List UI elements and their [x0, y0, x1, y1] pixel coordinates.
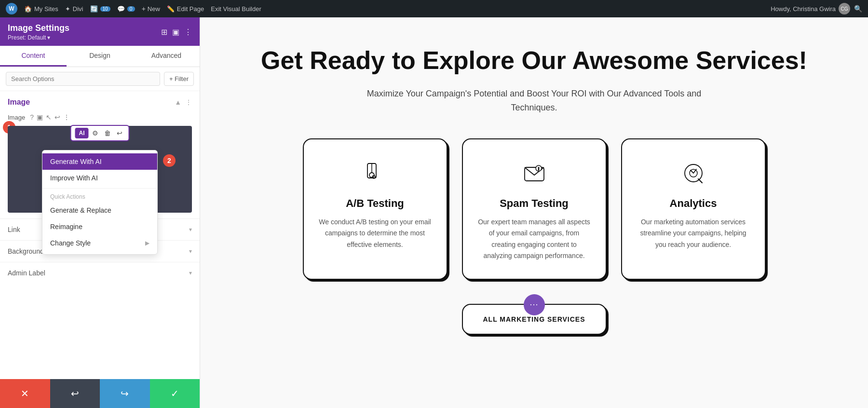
all-services-card: ··· All Marketing Services	[462, 304, 607, 335]
image-options-icon[interactable]: ⋮	[63, 113, 70, 121]
image-section-header: Image ▲ ⋮	[0, 91, 200, 111]
my-sites-menu[interactable]: 🏠 My Sites	[24, 5, 58, 13]
toolbar-delete-icon[interactable]: 🗑	[102, 128, 113, 138]
admin-search-icon[interactable]: 🔍	[854, 5, 862, 13]
quick-actions-label: Quick Actions	[42, 190, 157, 202]
section-more-icon[interactable]: ⋮	[185, 98, 192, 106]
image-field-label: Image	[8, 114, 25, 121]
panel-header-icons: ⊞ ▣ ⋮	[161, 27, 192, 37]
analytics-desc: Our marketing automation services stream…	[637, 217, 750, 250]
panel-layout-icon[interactable]: ▣	[172, 27, 179, 37]
tab-design[interactable]: Design	[67, 46, 133, 67]
divi-menu[interactable]: ✦ Divi	[65, 5, 83, 13]
hero-subtitle: Maximize Your Campaign's Potential and B…	[361, 87, 708, 115]
right-content: Get Ready to Explore Our Awesome Service…	[200, 17, 868, 408]
reimagine-item[interactable]: Reimagine	[42, 218, 157, 235]
image-reset-icon[interactable]: ↩	[54, 113, 60, 121]
image-field-icons: ? ▣ ↖ ↩ ⋮	[30, 113, 70, 121]
ab-icon-svg	[363, 161, 388, 186]
ab-testing-icon	[361, 159, 390, 188]
user-avatar: CG	[839, 3, 850, 14]
search-row: + Filter	[0, 67, 200, 91]
spam-testing-title: Spam Testing	[477, 197, 591, 210]
save-button[interactable]: ✓	[150, 379, 200, 408]
image-help-icon[interactable]: ?	[30, 113, 34, 121]
badge-number-2: 2	[163, 154, 176, 167]
svg-text:!: !	[538, 166, 539, 171]
undo-button[interactable]: ↩	[50, 379, 100, 408]
image-section-title: Image	[8, 98, 30, 107]
ab-testing-card: A/B Testing We conduct A/B testing on yo…	[303, 138, 448, 279]
all-services-label: All Marketing Services	[483, 315, 585, 323]
panel-header: Image Settings Preset: Default ▾ ⊞ ▣ ⋮	[0, 17, 200, 46]
panel-more-icon[interactable]: ⋮	[184, 27, 192, 37]
edit-page-button[interactable]: ✏️ Edit Page	[167, 5, 204, 13]
panel-title: Image Settings	[8, 23, 69, 33]
image-pointer-icon[interactable]: ↖	[46, 113, 52, 121]
spam-testing-icon: !	[520, 159, 549, 188]
admin-bar-left: W 🏠 My Sites ✦ Divi 🔄 10 💬 0 + New ✏️ Ed…	[6, 3, 763, 14]
spam-testing-card: ! Spam Testing Our expert team manages a…	[462, 138, 607, 279]
image-row: Image ? ▣ ↖ ↩ ⋮	[0, 111, 200, 126]
fab-dots-icon: ···	[529, 299, 538, 310]
generate-with-ai-item[interactable]: Generate With AI	[42, 153, 157, 170]
wordpress-icon[interactable]: W	[6, 3, 17, 14]
svg-line-14	[698, 179, 702, 183]
admin-bar: W 🏠 My Sites ✦ Divi 🔄 10 💬 0 + New ✏️ Ed…	[0, 0, 868, 17]
change-style-arrow: ▶	[145, 240, 149, 246]
exit-builder-button[interactable]: Exit Visual Builder	[211, 5, 261, 13]
image-device-icon[interactable]: ▣	[37, 113, 43, 121]
spam-icon-svg: !	[522, 161, 547, 186]
updates-count[interactable]: 🔄 10	[90, 5, 110, 13]
dropdown-divider	[42, 188, 157, 189]
ai-toolbar-button[interactable]: AI	[75, 128, 89, 138]
analytics-card: Analytics Our marketing automation servi…	[621, 138, 766, 279]
generate-replace-item[interactable]: Generate & Replace	[42, 202, 157, 218]
fab-button[interactable]: ···	[524, 294, 545, 315]
svg-point-6	[369, 173, 374, 177]
new-button[interactable]: + New	[142, 5, 160, 13]
admin-label-chevron: ▾	[189, 270, 192, 276]
ai-dropdown-menu: 2 Generate With AI Improve With AI Quick…	[42, 150, 158, 255]
hero-title: Get Ready to Explore Our Awesome Service…	[239, 46, 829, 75]
admin-label-text: Admin Label	[8, 269, 45, 277]
comments-count[interactable]: 💬 0	[117, 5, 135, 13]
improve-with-ai-item[interactable]: Improve With AI	[42, 170, 157, 186]
panel-resize-icon[interactable]: ⊞	[161, 27, 167, 37]
ab-testing-desc: We conduct A/B testing on your email cam…	[318, 217, 432, 250]
action-bar: ✕ ↩ ↪ ✓	[0, 379, 200, 408]
background-chevron: ▾	[189, 248, 192, 255]
panel-header-left: Image Settings Preset: Default ▾	[8, 23, 69, 41]
toolbar-undo-icon[interactable]: ↩	[114, 128, 125, 138]
analytics-icon-svg	[681, 161, 706, 186]
user-menu[interactable]: Howdy, Christina Gwira CG	[771, 3, 850, 14]
panel-tabs: Content Design Advanced	[0, 46, 200, 67]
filter-button[interactable]: + Filter	[164, 72, 194, 86]
spam-testing-desc: Our expert team manages all aspects of y…	[477, 217, 591, 261]
change-style-item[interactable]: Change Style ▶	[42, 235, 157, 251]
link-label: Link	[8, 226, 20, 233]
cancel-button[interactable]: ✕	[0, 379, 50, 408]
panel-content: Image ▲ ⋮ Image ? ▣ ↖ ↩ ⋮	[0, 91, 200, 408]
analytics-title: Analytics	[637, 197, 750, 210]
section-icons: ▲ ⋮	[175, 98, 192, 106]
image-preview-wrapper: 1 AI ⚙ 🗑 ↩ 2	[8, 126, 192, 213]
left-panel: Image Settings Preset: Default ▾ ⊞ ▣ ⋮ C…	[0, 17, 200, 408]
service-cards-row: A/B Testing We conduct A/B testing on yo…	[239, 138, 829, 279]
redo-button[interactable]: ↪	[100, 379, 150, 408]
admin-label-section[interactable]: Admin Label ▾	[0, 262, 200, 284]
tab-advanced[interactable]: Advanced	[133, 46, 200, 67]
link-chevron: ▾	[189, 226, 192, 233]
section-collapse-icon[interactable]: ▲	[175, 98, 181, 106]
toolbar-settings-icon[interactable]: ⚙	[90, 128, 101, 138]
tab-content[interactable]: Content	[0, 46, 67, 67]
floating-toolbar: AI ⚙ 🗑 ↩	[70, 125, 130, 141]
main-layout: Image Settings Preset: Default ▾ ⊞ ▣ ⋮ C…	[0, 17, 868, 408]
bottom-section: ··· All Marketing Services	[239, 299, 829, 335]
search-options-input[interactable]	[6, 72, 160, 86]
analytics-icon	[679, 159, 708, 188]
background-label: Background	[8, 247, 44, 255]
ab-testing-title: A/B Testing	[318, 197, 432, 210]
preset-selector[interactable]: Preset: Default ▾	[8, 34, 69, 41]
admin-bar-right: Howdy, Christina Gwira CG 🔍	[771, 3, 862, 14]
